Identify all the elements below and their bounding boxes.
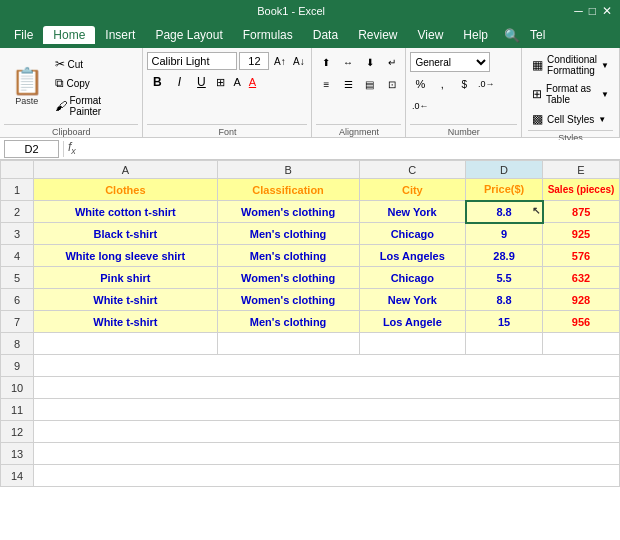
col-header-a[interactable]: A: [34, 161, 217, 179]
percent-btn[interactable]: %: [410, 74, 430, 94]
col-header-e[interactable]: E: [543, 161, 620, 179]
cell-a4[interactable]: White long sleeve shirt: [34, 245, 217, 267]
cell-d1[interactable]: Price($): [466, 179, 543, 201]
menu-page-layout[interactable]: Page Layout: [145, 26, 232, 44]
cell-e6[interactable]: 928: [543, 289, 620, 311]
row-header-2[interactable]: 2: [1, 201, 34, 223]
minimize-btn[interactable]: ─: [574, 4, 583, 18]
menu-formulas[interactable]: Formulas: [233, 26, 303, 44]
row-header-6[interactable]: 6: [1, 289, 34, 311]
menu-view[interactable]: View: [408, 26, 454, 44]
cell-c1[interactable]: City: [359, 179, 466, 201]
underline-button[interactable]: U: [191, 72, 211, 92]
cell-d3[interactable]: 9: [466, 223, 543, 245]
cell-a8[interactable]: [34, 333, 217, 355]
cell-b2[interactable]: Women's clothing: [217, 201, 359, 223]
cell-b7[interactable]: Men's clothing: [217, 311, 359, 333]
cell-b1[interactable]: Classification: [217, 179, 359, 201]
menu-insert[interactable]: Insert: [95, 26, 145, 44]
cell-d2[interactable]: 8.8↖: [466, 201, 543, 223]
maximize-btn[interactable]: □: [589, 4, 596, 18]
cell-e2[interactable]: 875: [543, 201, 620, 223]
cell-e3[interactable]: 925: [543, 223, 620, 245]
cell-c6[interactable]: New York: [359, 289, 466, 311]
cell-d4[interactable]: 28.9: [466, 245, 543, 267]
comma-btn[interactable]: ,: [432, 74, 452, 94]
cell-c2[interactable]: New York: [359, 201, 466, 223]
font-size-input[interactable]: [239, 52, 269, 70]
italic-button[interactable]: I: [169, 72, 189, 92]
cell-c8[interactable]: [359, 333, 466, 355]
left-border-btn[interactable]: ⊞: [213, 75, 228, 90]
cell-a1[interactable]: Clothes: [34, 179, 217, 201]
cell-a2[interactable]: White cotton t-shirt: [34, 201, 217, 223]
cell-b5[interactable]: Women's clothing: [217, 267, 359, 289]
cell-e8[interactable]: [543, 333, 620, 355]
cell-a7[interactable]: White t-shirt: [34, 311, 217, 333]
cell-e4[interactable]: 576: [543, 245, 620, 267]
row-header-13[interactable]: 13: [1, 443, 34, 465]
search-icon[interactable]: 🔍: [498, 26, 526, 45]
paste-button[interactable]: 📋 Paste: [4, 59, 49, 115]
row-header-8[interactable]: 8: [1, 333, 34, 355]
decrease-decimal-btn[interactable]: .0←: [410, 96, 430, 116]
row-header-5[interactable]: 5: [1, 267, 34, 289]
align-center-btn[interactable]: ☰: [338, 74, 358, 94]
row-header-9[interactable]: 9: [1, 355, 34, 377]
decrease-font-btn[interactable]: A↓: [290, 52, 307, 70]
name-box[interactable]: [4, 140, 59, 158]
close-btn[interactable]: ✕: [602, 4, 612, 18]
cut-button[interactable]: ✂ Cut: [51, 55, 138, 73]
cell-b6[interactable]: Women's clothing: [217, 289, 359, 311]
row-header-11[interactable]: 11: [1, 399, 34, 421]
currency-btn[interactable]: $: [454, 74, 474, 94]
align-left-btn[interactable]: ≡: [316, 74, 336, 94]
align-bottom-btn[interactable]: ⬇: [360, 52, 380, 72]
cell-b4[interactable]: Men's clothing: [217, 245, 359, 267]
formula-input[interactable]: [80, 140, 616, 158]
row-header-14[interactable]: 14: [1, 465, 34, 487]
cell-d8[interactable]: [466, 333, 543, 355]
cell-d5[interactable]: 5.5: [466, 267, 543, 289]
cell-d7[interactable]: 15: [466, 311, 543, 333]
cell-e1[interactable]: Sales (pieces): [543, 179, 620, 201]
cell-d6[interactable]: 8.8: [466, 289, 543, 311]
cell-c5[interactable]: Chicago: [359, 267, 466, 289]
align-mid-btn[interactable]: ↔: [338, 52, 358, 72]
bold-button[interactable]: B: [147, 72, 167, 92]
col-header-c[interactable]: C: [359, 161, 466, 179]
font-name-input[interactable]: [147, 52, 237, 70]
cell-c3[interactable]: Chicago: [359, 223, 466, 245]
format-as-table-btn[interactable]: ⊞ Format as Table ▼: [528, 81, 613, 107]
cell-a3[interactable]: Black t-shirt: [34, 223, 217, 245]
cell-c4[interactable]: Los Angeles: [359, 245, 466, 267]
cell-c7[interactable]: Los Angele: [359, 311, 466, 333]
cell-e7[interactable]: 956: [543, 311, 620, 333]
row-header-4[interactable]: 4: [1, 245, 34, 267]
number-format-select[interactable]: General: [410, 52, 490, 72]
row-header-10[interactable]: 10: [1, 377, 34, 399]
col-header-b[interactable]: B: [217, 161, 359, 179]
menu-home[interactable]: Home: [43, 26, 95, 44]
cell-styles-btn[interactable]: ▩ Cell Styles ▼: [528, 110, 613, 128]
cell-b8[interactable]: [217, 333, 359, 355]
cell-b3[interactable]: Men's clothing: [217, 223, 359, 245]
increase-decimal-btn[interactable]: .0→: [476, 74, 496, 94]
menu-review[interactable]: Review: [348, 26, 407, 44]
fill-color-btn[interactable]: A: [230, 75, 243, 89]
menu-tell[interactable]: Tel: [526, 26, 549, 44]
cell-a5[interactable]: Pink shirt: [34, 267, 217, 289]
wrap-text-btn[interactable]: ↵: [382, 52, 402, 72]
menu-data[interactable]: Data: [303, 26, 348, 44]
align-top-btn[interactable]: ⬆: [316, 52, 336, 72]
row-header-3[interactable]: 3: [1, 223, 34, 245]
font-color-btn[interactable]: A: [246, 75, 259, 89]
merge-btn[interactable]: ⊡: [382, 74, 402, 94]
copy-button[interactable]: ⧉ Copy: [51, 74, 138, 92]
cell-a6[interactable]: White t-shirt: [34, 289, 217, 311]
cell-e5[interactable]: 632: [543, 267, 620, 289]
conditional-formatting-btn[interactable]: ▦ Conditional Formatting ▼: [528, 52, 613, 78]
menu-help[interactable]: Help: [453, 26, 498, 44]
format-painter-button[interactable]: 🖌 Format Painter: [51, 93, 138, 119]
col-header-d[interactable]: D: [466, 161, 543, 179]
